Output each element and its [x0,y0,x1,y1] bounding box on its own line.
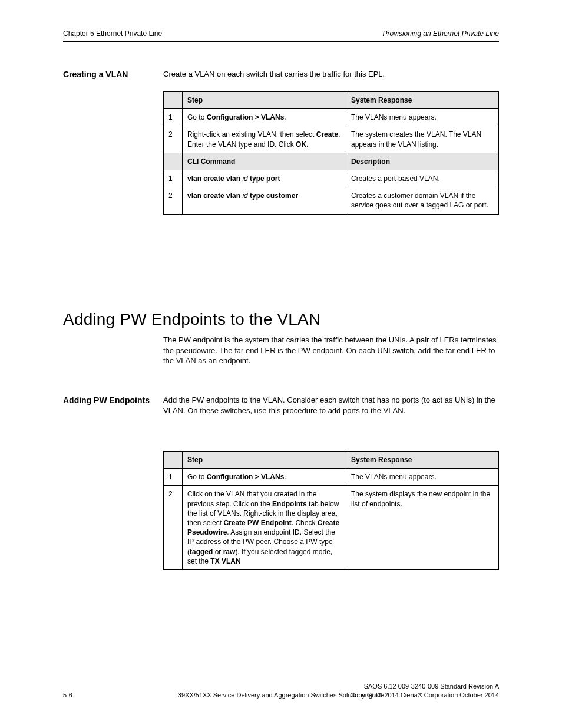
th-step: CLI Command [183,153,346,170]
th-resp: System Response [346,452,499,469]
header-right: Provisioning an Ethernet Private Line [383,29,499,38]
th-num [164,92,183,109]
th-num [164,452,183,469]
table-row: 2 vlan create vlan id type customer Crea… [164,187,499,214]
th-resp: System Response [346,92,499,109]
table-creating-vlan-gui: Step System Response 1 Go to Configurati… [163,91,499,215]
cell-num: 1 [164,469,183,486]
cell-num: 2 [164,187,183,214]
cell-num: 1 [164,109,183,126]
cell-resp: Creates a port-based VLAN. [346,170,499,187]
section-creating-vlan-intro: Create a VLAN on each switch that carrie… [163,69,499,80]
cell-step: vlan create vlan id type customer [183,187,346,214]
footer-right: SAOS 6.12 009-3240-009 Standard Revision… [350,682,499,700]
th-resp: Description [346,153,499,170]
cell-num: 1 [164,170,183,187]
header-left: Chapter 5 Ethernet Private Line [63,29,162,38]
section-adding-pw-intro: Add the PW endpoints to the VLAN. Consid… [163,395,499,416]
cell-resp: The VLANs menu appears. [346,109,499,126]
heading-adding-pw-endpoints: Adding PW Endpoints to the VLAN [63,308,320,331]
table-row: 2 Right-click an existing VLAN, then sel… [164,126,499,153]
cell-resp: The system creates the VLAN. The VLAN ap… [346,126,499,153]
cell-step: Right-click an existing VLAN, then selec… [183,126,346,153]
cell-step: Go to Configuration > VLANs. [183,469,346,486]
table-row: 1 Go to Configuration > VLANs. The VLANs… [164,109,499,126]
table-row: 2 Click on the VLAN that you created in … [164,486,499,570]
table-row: 1 Go to Configuration > VLANs. The VLANs… [164,469,499,486]
table-adding-pw-endpoints: Step System Response 1 Go to Configurati… [163,451,499,570]
th-step: Step [183,452,346,469]
cell-step: Go to Configuration > VLANs. [183,109,346,126]
section-creating-vlan-label: Creating a VLAN [63,69,151,80]
header-rule [63,41,499,42]
cell-resp: The VLANs menu appears. [346,469,499,486]
cell-resp: The system displays the new endpoint in … [346,486,499,570]
cell-num: 2 [164,486,183,570]
cell-step: vlan create vlan id type port [183,170,346,187]
cell-step: Click on the VLAN that you created in th… [183,486,346,570]
cell-resp: Creates a customer domain VLAN if the se… [346,187,499,214]
cell-num: 2 [164,126,183,153]
th-num [164,153,183,170]
table-row: 1 vlan create vlan id type port Creates … [164,170,499,187]
th-step: Step [183,92,346,109]
body-para-adding-pw: The PW endpoint is the system that carri… [163,335,499,366]
section-adding-pw-label: Adding PW Endpoints [63,395,151,406]
